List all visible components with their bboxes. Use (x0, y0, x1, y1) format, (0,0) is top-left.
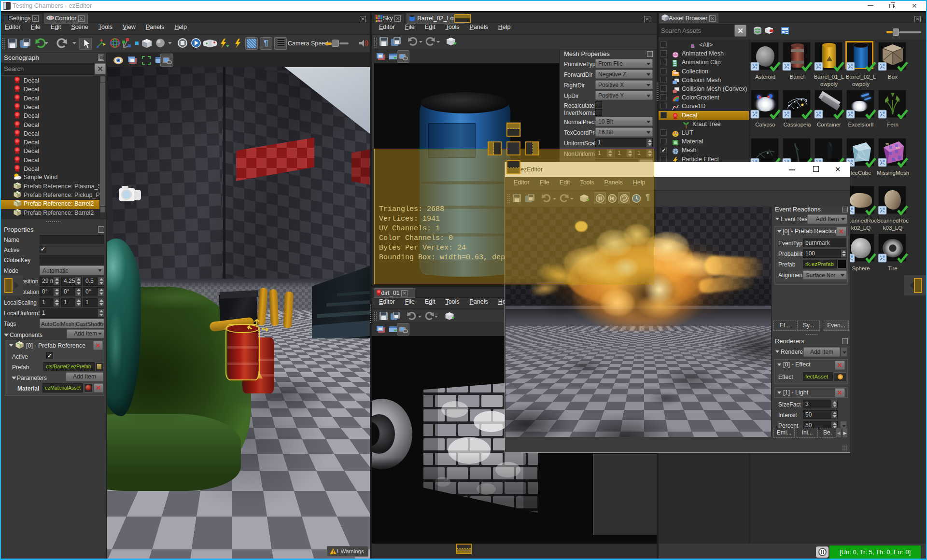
svg-text:sh: sh (885, 142, 889, 146)
svg-text:Me: Me (896, 146, 901, 150)
